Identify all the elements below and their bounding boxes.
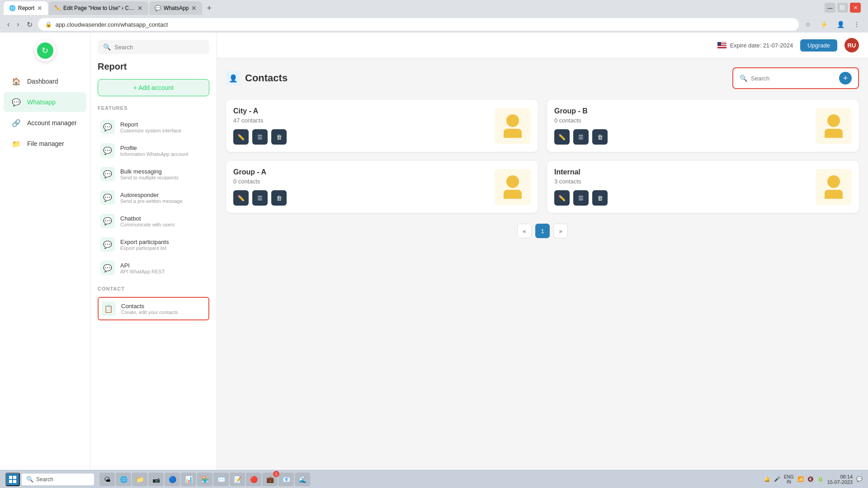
svg-rect-11	[13, 480, 16, 483]
avatar-body-int	[825, 190, 843, 199]
logo: ↻	[34, 40, 56, 61]
contacts-search-box[interactable]: 🔍 +	[732, 67, 859, 89]
tab-report-close[interactable]: ✕	[37, 5, 42, 12]
delete-btn-internal[interactable]: 🗑	[592, 190, 608, 206]
profile-menu-title: Profile	[120, 145, 188, 151]
pagination-next[interactable]: »	[553, 224, 568, 238]
list-btn-group-a[interactable]: ☰	[252, 190, 268, 206]
taskbar-right: 🔔 🎤 ENG IN 📶 🔇 🔋 08:14 15-07-2023 💬	[764, 474, 863, 485]
menu-item-export[interactable]: 💬 Export participants Export participant…	[98, 234, 209, 255]
menu-item-bulk-messaging[interactable]: 💬 Bulk messaging Send to multiple recipi…	[98, 163, 209, 185]
minimize-button[interactable]: —	[825, 3, 835, 13]
sidebar-item-account-manager[interactable]: 🔗 Account manager	[4, 113, 86, 133]
back-button[interactable]: ‹	[5, 19, 11, 30]
maximize-button[interactable]: ⬜	[837, 3, 848, 13]
taskbar-app-outlook[interactable]: 📧	[278, 473, 294, 486]
forward-button[interactable]: ›	[15, 19, 21, 30]
contacts-search-row: 🔍 +	[732, 67, 859, 89]
tab-whatsapp[interactable]: 💬 WhatsApp ✕	[149, 1, 202, 15]
pagination-page-1[interactable]: 1	[535, 224, 550, 238]
taskbar-app-file[interactable]: 📁	[132, 473, 147, 486]
taskbar-app-store[interactable]: 🏪	[197, 473, 212, 486]
menu-item-profile[interactable]: 💬 Profile Information WhatsApp account	[98, 140, 209, 161]
svg-rect-8	[9, 476, 12, 479]
middle-search-box[interactable]: 🔍	[98, 40, 209, 54]
add-account-label: + Add account	[133, 84, 174, 91]
taskbar-app-sticky[interactable]: 📝	[230, 473, 245, 486]
profile-button[interactable]: 👤	[834, 19, 847, 30]
avatar-head-ga	[506, 175, 519, 188]
sidebar: ↻ 🏠 Dashboard 💬 Whatsapp 🔗 Account manag…	[0, 33, 90, 470]
upgrade-button[interactable]: Upgrade	[800, 39, 837, 52]
card-count-group-a: 0 contacts	[233, 178, 487, 185]
edit-btn-group-b[interactable]: ✏️	[554, 129, 570, 145]
taskbar-wifi-icon: 📶	[797, 476, 804, 482]
expire-info: Expire date: 21-07-2024	[717, 42, 793, 49]
address-bar[interactable]: 🔒 app.cloudwasender.com/whatsapp_contact	[38, 18, 799, 31]
export-menu-title: Export participants	[120, 239, 169, 245]
delete-btn-city-a[interactable]: 🗑	[271, 129, 287, 145]
contacts-search-input[interactable]	[751, 75, 835, 82]
api-menu-icon: 💬	[100, 261, 115, 275]
delete-btn-group-a[interactable]: 🗑	[271, 190, 287, 206]
contacts-grid: City - A 47 contacts ✏️ ☰ 🗑	[226, 100, 859, 213]
sidebar-item-file-label: File manager	[27, 140, 64, 147]
extensions-button[interactable]: ⚡	[817, 19, 830, 30]
menu-item-contacts[interactable]: 📋 Contacts Create, edit your contacts	[98, 297, 209, 320]
edit-btn-internal[interactable]: ✏️	[554, 190, 570, 206]
delete-btn-group-b[interactable]: 🗑	[592, 129, 608, 145]
svg-rect-5	[717, 46, 726, 47]
tab-edit-title: Edit Page "How to Use" ‹ Cloud W	[63, 5, 135, 11]
add-contact-button[interactable]: +	[839, 72, 852, 84]
close-button[interactable]: ✕	[850, 3, 861, 13]
reload-button[interactable]: ↻	[25, 19, 34, 31]
list-btn-city-a[interactable]: ☰	[252, 129, 268, 145]
list-btn-group-b[interactable]: ☰	[573, 129, 589, 145]
start-button[interactable]	[5, 473, 20, 486]
tab-report[interactable]: 🌐 Report ✕	[4, 1, 48, 15]
pagination-prev[interactable]: «	[517, 224, 532, 238]
taskbar-app-weather[interactable]: 🌤	[99, 473, 115, 486]
menu-item-report[interactable]: 💬 Report Customize system interface	[98, 116, 209, 138]
menu-item-chatbot[interactable]: 💬 Chatbot Communicate with users	[98, 210, 209, 232]
card-info-city-a: City - A 47 contacts ✏️ ☰ 🗑	[233, 107, 487, 145]
taskbar-search-box[interactable]: 🔍 Search	[22, 474, 94, 485]
middle-search-input[interactable]	[114, 44, 204, 51]
tab-whatsapp-close[interactable]: ✕	[191, 5, 197, 12]
new-tab-button[interactable]: +	[203, 4, 215, 13]
taskbar-app-mail[interactable]: ✉️	[213, 473, 229, 486]
taskbar-clock[interactable]: 08:14 15-07-2023	[827, 474, 853, 485]
card-info-group-b: Group - B 0 contacts ✏️ ☰ 🗑	[554, 107, 808, 145]
sidebar-item-file-manager[interactable]: 📁 File manager	[4, 134, 86, 154]
add-account-button[interactable]: + Add account	[98, 79, 209, 96]
tab-edit-page[interactable]: ✏️ Edit Page "How to Use" ‹ Cloud W ✕	[49, 1, 148, 15]
taskbar-app-chrome[interactable]: 🔴	[246, 473, 261, 486]
sidebar-item-whatsapp[interactable]: 💬 Whatsapp	[4, 92, 86, 112]
avatar-body-ga	[504, 190, 522, 199]
content-body: 👤 Contacts 🔍 + City - A 47	[217, 58, 868, 247]
list-btn-internal[interactable]: ☰	[573, 190, 589, 206]
taskbar-app-teams[interactable]: 💼 1	[262, 473, 278, 486]
taskbar-app-media[interactable]: 📷	[148, 473, 164, 486]
menu-button[interactable]: ⋮	[851, 19, 863, 30]
user-avatar-button[interactable]: RU	[844, 38, 859, 52]
edit-btn-group-a[interactable]: ✏️	[233, 190, 249, 206]
contacts-menu-subtitle: Create, edit your contacts	[121, 310, 178, 315]
taskbar-app-browser[interactable]: 🌐	[116, 473, 131, 486]
sidebar-item-dashboard[interactable]: 🏠 Dashboard	[4, 71, 86, 91]
card-actions-city-a: ✏️ ☰ 🗑	[233, 129, 487, 145]
contacts-title-row: 👤 Contacts	[226, 71, 288, 85]
pagination: « 1 »	[226, 224, 859, 238]
taskbar-app-edge2[interactable]: 🌊	[295, 473, 310, 486]
tab-edit-close[interactable]: ✕	[137, 5, 143, 12]
bookmark-button[interactable]: ☆	[802, 19, 814, 30]
taskbar-app-excel[interactable]: 📊	[181, 473, 196, 486]
menu-item-api[interactable]: 💬 API API WhatApp REST	[98, 257, 209, 279]
profile-menu-subtitle: Information WhatsApp account	[120, 151, 188, 157]
taskbar-time: 08:14	[840, 474, 853, 479]
card-name-internal: Internal	[554, 168, 808, 176]
auto-menu-icon: 💬	[100, 190, 115, 205]
menu-item-autoresponder[interactable]: 💬 Autoresponder Send a pre-written messa…	[98, 187, 209, 208]
taskbar-app-ie[interactable]: 🔵	[165, 473, 180, 486]
edit-btn-city-a[interactable]: ✏️	[233, 129, 249, 145]
